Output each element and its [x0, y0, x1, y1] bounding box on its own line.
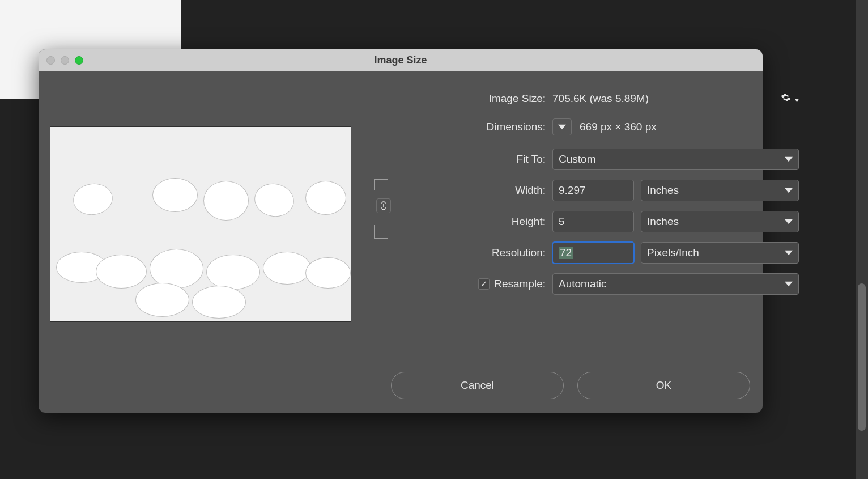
width-unit-value: Inches — [647, 184, 679, 197]
ok-button[interactable]: OK — [577, 372, 750, 399]
fit-to-select[interactable]: Custom — [552, 149, 799, 170]
resolution-unit-select[interactable]: Pixels/Inch — [641, 242, 799, 264]
chevron-down-icon — [785, 280, 793, 288]
image-size-label: Image Size: — [374, 92, 552, 105]
settings-gear-button[interactable]: ▾ — [781, 92, 799, 105]
fit-to-label: Fit To: — [374, 153, 552, 166]
height-label: Height: — [394, 215, 552, 228]
resample-label: Resample: — [494, 278, 546, 290]
resolution-label: Resolution: — [374, 247, 552, 259]
width-unit-select[interactable]: Inches — [641, 180, 799, 201]
width-input-field[interactable] — [559, 184, 628, 197]
width-label: Width: — [394, 184, 552, 197]
vertical-scrollbar-thumb[interactable] — [858, 283, 866, 431]
height-unit-value: Inches — [647, 215, 679, 228]
image-size-value: 705.6K (was 5.89M) — [552, 92, 649, 105]
dimensions-unit-button[interactable] — [552, 118, 572, 135]
chevron-down-icon — [785, 155, 793, 163]
ok-button-label: OK — [656, 379, 671, 392]
cancel-button-label: Cancel — [461, 379, 494, 392]
height-unit-select[interactable]: Inches — [641, 211, 799, 232]
dimensions-label: Dimensions: — [374, 121, 552, 133]
image-preview[interactable] — [50, 126, 351, 322]
resolution-unit-value: Pixels/Inch — [647, 247, 699, 259]
vertical-scrollbar-track[interactable] — [856, 0, 868, 479]
chevron-down-icon — [558, 123, 566, 131]
gear-icon — [781, 92, 791, 103]
resample-method-select[interactable]: Automatic — [552, 273, 799, 295]
link-icon — [380, 201, 388, 210]
constrain-aspect-link-button[interactable] — [376, 198, 391, 213]
chevron-down-icon — [785, 186, 793, 194]
resample-method-value: Automatic — [559, 278, 606, 290]
chevron-down-icon — [785, 218, 793, 226]
resample-checkbox[interactable] — [478, 278, 490, 290]
resolution-input-value[interactable]: 72 — [559, 247, 573, 259]
dimensions-value: 669 px × 360 px — [580, 121, 657, 133]
dialog-title: Image Size — [39, 54, 763, 66]
cancel-button[interactable]: Cancel — [391, 372, 564, 399]
chevron-down-icon — [785, 249, 793, 257]
resolution-input[interactable]: 72 — [552, 242, 634, 264]
height-input[interactable] — [552, 211, 634, 232]
height-input-field[interactable] — [559, 215, 628, 228]
image-size-dialog: Image Size Image Size: — [39, 49, 763, 413]
fit-to-value: Custom — [559, 153, 595, 166]
width-input[interactable] — [552, 180, 634, 201]
dialog-titlebar[interactable]: Image Size — [39, 49, 763, 71]
